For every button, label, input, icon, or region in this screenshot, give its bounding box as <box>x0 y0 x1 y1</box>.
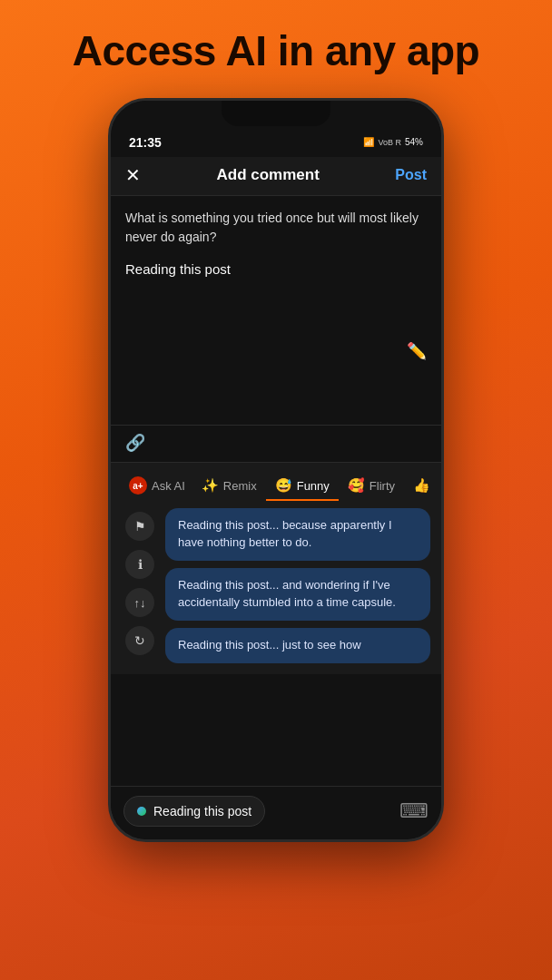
suggestion-3[interactable]: Reading this post... just to see how <box>165 628 430 663</box>
funny-icon: 😅 <box>275 477 292 494</box>
remix-icon: ✨ <box>202 477 219 494</box>
history-icon: ↑↓ <box>134 596 146 610</box>
info-button[interactable]: ℹ <box>125 550 154 579</box>
tab-flirty[interactable]: 🥰 Flirty <box>339 472 404 501</box>
comment-question: What is something you tried once but wil… <box>125 209 427 247</box>
keyboard-icon[interactable]: ⌨ <box>399 799 429 823</box>
flirty-icon: 🥰 <box>348 477 365 494</box>
status-time: 21:35 <box>129 135 162 150</box>
hero-title: Access AI in any app <box>54 0 498 93</box>
attachment-icon[interactable]: 🔗 <box>125 434 145 452</box>
ai-toolbar: a+ Ask AI ✨ Remix 😅 Funny 🥰 Flirty 👍 <box>111 462 441 673</box>
attachment-bar: 🔗 <box>111 425 441 462</box>
battery-text: 54% <box>405 137 423 147</box>
history-button[interactable]: ↑↓ <box>125 588 154 617</box>
magic-wand-icon[interactable]: ✏️ <box>407 341 427 361</box>
tab-funny[interactable]: 😅 Funny <box>266 472 339 501</box>
phone-frame: 21:35 📶 VoB R 54% ✕ Add comment Post Wha… <box>108 98 444 842</box>
flag-icon: ⚑ <box>134 519 146 534</box>
thumbs-icon: 👍 <box>413 477 430 494</box>
post-button[interactable]: Post <box>395 167 427 183</box>
left-actions: ⚑ ℹ ↑↓ ↻ <box>122 508 158 662</box>
suggestions-list: Reading this post... because apparently … <box>165 508 430 662</box>
chip-label: Reading this post <box>153 804 251 818</box>
phone-side-button <box>441 228 444 282</box>
tab-ask-ai[interactable]: a+ Ask AI <box>122 472 192 501</box>
comment-input[interactable]: Reading this post <box>125 260 427 280</box>
signal-text: VoB R <box>378 138 401 147</box>
reading-chip[interactable]: Reading this post <box>123 796 265 827</box>
tab-thumbs[interactable]: 👍 <box>404 472 439 501</box>
ask-ai-logo: a+ <box>129 476 147 495</box>
funny-label: Funny <box>297 479 330 493</box>
phone-screen: 21:35 📶 VoB R 54% ✕ Add comment Post Wha… <box>111 101 441 839</box>
status-icons: 📶 VoB R 54% <box>363 137 423 147</box>
chip-dot-icon <box>137 807 146 816</box>
phone-notch <box>222 101 330 126</box>
spacer <box>111 279 441 425</box>
wifi-icon: 📶 <box>363 137 374 147</box>
suggestions-area: ⚑ ℹ ↑↓ ↻ Reading this post... because ap… <box>111 501 441 666</box>
close-button[interactable]: ✕ <box>125 164 141 186</box>
bottom-bar: Reading this post ⌨ <box>111 786 441 839</box>
ask-ai-label: Ask AI <box>152 479 185 493</box>
tab-remix[interactable]: ✨ Remix <box>192 472 266 501</box>
refresh-icon: ↻ <box>134 633 145 648</box>
remix-label: Remix <box>223 479 257 493</box>
flag-button[interactable]: ⚑ <box>125 512 154 541</box>
dialog-title: Add comment <box>216 166 319 184</box>
suggestion-2[interactable]: Reading this post... and wondering if I'… <box>165 568 430 621</box>
flirty-label: Flirty <box>370 479 395 493</box>
suggestion-2-text: Reading this post... and wondering if I'… <box>178 578 396 609</box>
refresh-button[interactable]: ↻ <box>125 626 154 655</box>
suggestion-1-text: Reading this post... because apparently … <box>178 518 392 549</box>
ai-tabs-row: a+ Ask AI ✨ Remix 😅 Funny 🥰 Flirty 👍 <box>111 472 441 501</box>
suggestion-3-text: Reading this post... just to see how <box>178 638 361 652</box>
suggestion-1[interactable]: Reading this post... because apparently … <box>165 508 430 561</box>
comment-area: What is something you tried once but wil… <box>111 196 441 280</box>
info-icon: ℹ <box>138 557 143 572</box>
app-header: ✕ Add comment Post <box>111 157 441 196</box>
